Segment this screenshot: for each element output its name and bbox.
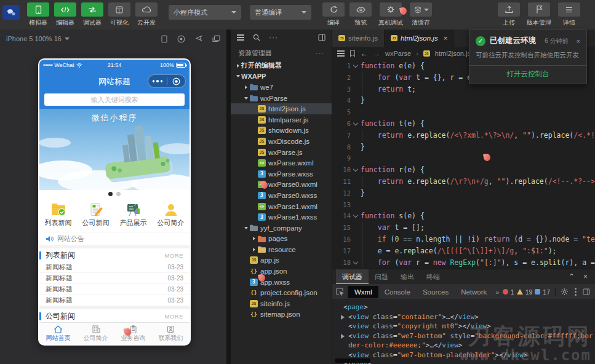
bookmark-icon[interactable] (349, 50, 356, 57)
file-tree-item-wxParse[interactable]: wxParse (231, 93, 332, 104)
grid-item-products[interactable]: 产品展示 (114, 197, 152, 232)
file-tree-item-打开的编辑器[interactable]: 打开的编辑器 (231, 60, 332, 71)
file-tree-item-wxParse1.wxml[interactable]: <>wxParse1.wxml (231, 201, 332, 212)
dom-tree-node[interactable]: <view class="we7-bottom-placeholder"></v… (336, 350, 595, 360)
file-tree-item-wxParse0.wxss[interactable]: 3wxParse0.wxss (231, 190, 332, 201)
more-menu-icon[interactable] (148, 80, 167, 82)
news-list-item[interactable]: 新闻标题03-23 (39, 262, 190, 273)
compile-button[interactable]: 编译 (320, 2, 347, 27)
file-tree-item-wxParse.wxml[interactable]: <>wxParse.wxml (231, 157, 332, 168)
dom-tree-node[interactable]: <view class="container">…</view> (336, 312, 595, 322)
expand-arrow-icon[interactable] (341, 331, 348, 350)
file-tree-item-we7[interactable]: we7 (231, 82, 332, 93)
open-cloud-console-link[interactable]: 打开云控制台 (476, 66, 580, 79)
kebab-menu-icon[interactable] (575, 288, 577, 296)
device-select[interactable]: iPhone 5 100% 16 (6, 35, 70, 42)
dom-tree-node[interactable]: <view class="we7-bottom" style="backgrou… (336, 331, 595, 350)
share-icon[interactable] (195, 35, 202, 42)
version-manage-button[interactable]: 版本管理 (522, 2, 556, 27)
news-list-item[interactable]: 新闻标题03-23 (39, 284, 190, 295)
panel-tab-problems[interactable]: 问题 (369, 269, 394, 284)
panel-tab-debugger[interactable]: 调试器 (336, 269, 369, 284)
simulator-button[interactable]: 模拟器 (25, 2, 52, 27)
more-icon[interactable]: ··· (269, 35, 278, 40)
fold-chevron-icon[interactable] (351, 60, 361, 72)
file-tree-item-app.js[interactable]: JSapp.js (231, 255, 332, 266)
split-panel-icon[interactable] (318, 34, 325, 41)
file-tree-item-resource[interactable]: resource (231, 244, 332, 255)
file-tree-item-sitemap.json[interactable]: {}sitemap.json (231, 309, 332, 320)
close-panel-icon[interactable]: × (583, 272, 588, 281)
file-tree-item-app.wxss[interactable]: 3app.wxss (231, 277, 332, 288)
site-notice-row[interactable]: 网站公告 (39, 232, 190, 245)
file-tree-item-htmlparser.js[interactable]: JShtmlparser.js (231, 114, 332, 125)
editor-tab-html2json[interactable]: JS html2json.js × (385, 30, 454, 47)
company-section-header[interactable]: 公司新闻 MORE (39, 309, 190, 323)
file-tree-item-wxParse1.wxss[interactable]: 3wxParse1.wxss (231, 212, 332, 223)
menu-icon[interactable] (237, 34, 244, 41)
panel-tab-output[interactable]: 输出 (394, 269, 420, 284)
scrollbar-thumb[interactable] (335, 358, 370, 363)
settings-gear-icon[interactable] (561, 288, 569, 296)
news-list-item[interactable]: 新闻标题03-23 (39, 273, 190, 284)
breadcrumb-folder[interactable]: wxParse (385, 50, 411, 57)
close-toast-icon[interactable]: × (577, 38, 580, 45)
devtools-tab-sources[interactable]: Sources (417, 286, 455, 298)
devtools-tab-console[interactable]: Console (378, 286, 417, 298)
banner-carousel[interactable]: 微信小程序 (39, 109, 190, 190)
nav-forward-icon[interactable]: → (373, 49, 380, 58)
file-tree-item-wxParse.js[interactable]: JSwxParse.js (231, 147, 332, 158)
more-tabs-icon[interactable]: » (493, 288, 501, 296)
grid-item-company-news[interactable]: 公司新闻 (77, 197, 114, 232)
cloud-dev-button[interactable]: 云开发 (133, 2, 160, 27)
wxml-dom-tree[interactable]: <page><view class="container">…</view><v… (332, 301, 595, 364)
dom-tree-node[interactable]: </page> (336, 360, 595, 364)
file-tree-item-project.config.json[interactable]: {}project.config.json (231, 287, 332, 298)
file-tree-item-yyf_company[interactable]: yyf_company (231, 223, 332, 234)
fold-chevron-icon[interactable] (351, 118, 361, 130)
compile-mode-select[interactable]: 普通编译 (250, 5, 311, 20)
fold-chevron-icon[interactable] (351, 257, 361, 269)
details-button[interactable]: 详情 (556, 2, 583, 27)
file-tree-item-pages[interactable]: pages (231, 234, 332, 245)
file-tree-item-wxParse0.wxml[interactable]: <>wxParse0.wxml (231, 180, 332, 191)
upload-button[interactable]: 上传 (495, 2, 522, 27)
panel-tab-terminal[interactable]: 终端 (420, 269, 446, 284)
tab-home[interactable]: 网站首页 (39, 323, 77, 344)
editor-menu-icon[interactable] (337, 50, 345, 57)
nav-back-icon[interactable]: ← (361, 49, 368, 58)
rotate-device-icon[interactable] (161, 35, 167, 43)
dom-tree-node[interactable]: <view class="copyright mt0"></view> (336, 322, 595, 331)
editor-tab-siteinfo[interactable]: JS siteinfo.js (332, 30, 385, 47)
file-tree-item-showdown.js[interactable]: JSshowdown.js (231, 125, 332, 136)
tab-contact-us[interactable]: 联系我们 (152, 323, 190, 344)
expand-arrow-icon[interactable] (341, 312, 348, 322)
fold-chevron-icon[interactable] (351, 210, 361, 222)
record-icon[interactable] (177, 35, 185, 43)
devtools-tab-network[interactable]: Network (455, 286, 493, 298)
tab-company-profile[interactable]: 公司简介 (77, 323, 114, 344)
news-list-item[interactable]: 新闻标题03-23 (39, 295, 190, 306)
file-tree-item-WXAPP[interactable]: WXAPP (231, 71, 332, 82)
file-tree-item-wxDiscode.js[interactable]: JSwxDiscode.js (231, 136, 332, 147)
preview-button[interactable]: 预览 (347, 2, 374, 27)
company-more-link[interactable]: MORE (165, 313, 184, 320)
close-miniprogram-icon[interactable] (167, 77, 186, 85)
breadcrumb-file[interactable]: html2json.js (435, 50, 471, 57)
close-tab-icon[interactable]: × (444, 34, 447, 42)
console-badges[interactable]: 1 19 17 (503, 288, 550, 296)
clear-cache-button[interactable]: 清缓存 (407, 2, 434, 27)
file-tree-item-siteinfo.js[interactable]: JSsiteinfo.js (231, 298, 332, 309)
grid-item-company-profile[interactable]: 公司简介 (152, 197, 190, 232)
multi-window-icon[interactable] (212, 35, 220, 42)
app-logo-icon[interactable] (2, 5, 20, 20)
visualizer-button[interactable]: 可视化 (106, 2, 133, 27)
fold-chevron-icon[interactable] (351, 164, 361, 176)
news-more-link[interactable]: MORE (165, 252, 184, 259)
search-icon[interactable] (253, 34, 260, 41)
tab-business-consult[interactable]: 业务咨询 (114, 323, 152, 344)
mode-select[interactable]: 小程序模式 (169, 5, 241, 20)
collapse-panel-icon[interactable]: ⌃ (569, 272, 575, 281)
file-tree-item-html2json.js[interactable]: JShtml2json.js (231, 103, 332, 114)
code-area[interactable]: 1function e(e) {2 for (var t = {}, r = e… (332, 60, 595, 269)
